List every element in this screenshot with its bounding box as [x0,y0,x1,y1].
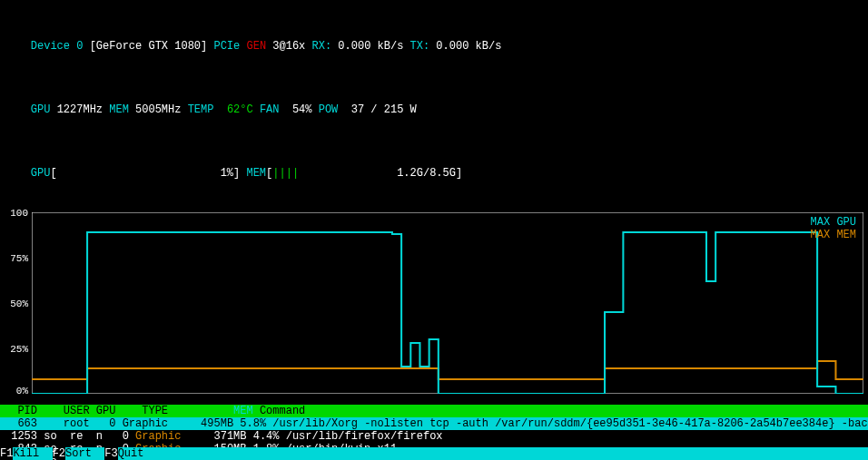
gpu-bar-label: GPU [31,167,51,180]
mem-clock: 5005MHz [135,103,188,116]
gpu-clock-label: GPU [31,103,57,116]
cell-mem: 495MB [168,417,233,430]
mem-bar-val: 1.2G/8.5G [397,167,456,180]
fkey-bar: F1Kill F2Sort F3Quit [0,447,868,460]
tx-val: 0.000 kB/s [436,40,501,53]
table-row[interactable]: 1253 so re n 0 Graphic 371MB 4.4% /usr/l… [0,430,868,443]
cell-user: so re n [44,430,103,443]
f2-label[interactable]: Sort [65,447,104,460]
y-tick: 25% [10,343,28,356]
y-tick: 100 [10,207,28,220]
cell-command: /usr/lib/firefox/firefox [286,430,443,443]
fan-val: 54% [292,103,319,116]
chart-border [32,212,863,394]
chart-legend: MAX GPU MAX MEM [811,216,856,241]
y-tick: 0% [16,385,28,397]
cell-pct: 5.8% [240,417,266,430]
y-tick: 75% [10,252,28,265]
chart-svg [32,212,863,394]
hdr-type: TYPE [142,405,168,417]
hdr-user: USER [64,405,90,417]
temp-label: TEMP [188,103,227,116]
hdr-mem: MEM [233,405,253,417]
gpu-bar-pct: 1% [221,167,233,180]
chart-y-axis: 100 75% 50% 25% 0% [5,212,32,394]
gpu-series-line [32,232,863,394]
mem-series-line [32,361,863,379]
mem-bar-fill: |||| [272,167,299,180]
pow-val: 37 / 215 W [351,103,417,116]
f3-key[interactable]: F3 [104,447,117,460]
pow-label: POW [319,103,351,116]
utilization-chart: 100 75% 50% 25% 0% MAX GPU MAX MEM [5,212,863,394]
device-label: Device [31,40,76,53]
cell-pct: 4.4% [253,430,280,443]
hdr-pid: PID [17,405,37,417]
chart-plot-area: MAX GPU MAX MEM [32,212,863,394]
status-header: Device 0 [GeForce GTX 1080] PCIe GEN 3@1… [0,0,868,205]
f2-key[interactable]: F2 [53,447,65,460]
gen-label: GEN [246,40,272,53]
temp-val: 62°C [227,103,260,116]
table-row[interactable]: 663 root 0 Graphic 495MB 5.8% /usr/lib/X… [0,417,868,430]
f1-key[interactable]: F1 [0,447,13,460]
legend-mem: MAX MEM [811,229,856,241]
cell-pid: 663 [5,417,37,430]
rx-label: RX: [312,40,339,53]
cell-mem: 371MB [181,430,246,443]
cell-pid: 1253 [5,430,37,443]
gen-val: 3@16x [272,40,311,53]
cell-gpu: 0 [90,417,116,430]
cell-type: Graphic [123,417,168,430]
legend-gpu: MAX GPU [811,216,856,229]
mem-bar-label: MEM [246,167,266,180]
rx-val: 0.000 kB/s [338,40,409,53]
mem-clock-label: MEM [109,103,135,116]
hdr-gpu: GPU [96,405,116,417]
cell-user: root [44,417,89,430]
gpu-clock: 1227MHz [57,103,110,116]
f1-label[interactable]: Kill [13,447,52,460]
cell-type: Graphic [135,430,181,443]
f3-label[interactable]: Quit [118,447,868,460]
pcie-label: PCIe [207,40,246,53]
gpu-name: [GeForce GTX 1080] [90,40,208,53]
tx-label: TX: [410,40,437,53]
cell-command: /usr/lib/Xorg -nolisten tcp -auth /var/r… [272,417,868,430]
cell-gpu: 0 [103,430,129,443]
fan-label: FAN [260,103,292,116]
table-header-row[interactable]: PID USER GPU TYPE MEM Command [0,405,868,417]
hdr-command: Command [260,405,305,417]
y-tick: 50% [10,298,28,310]
